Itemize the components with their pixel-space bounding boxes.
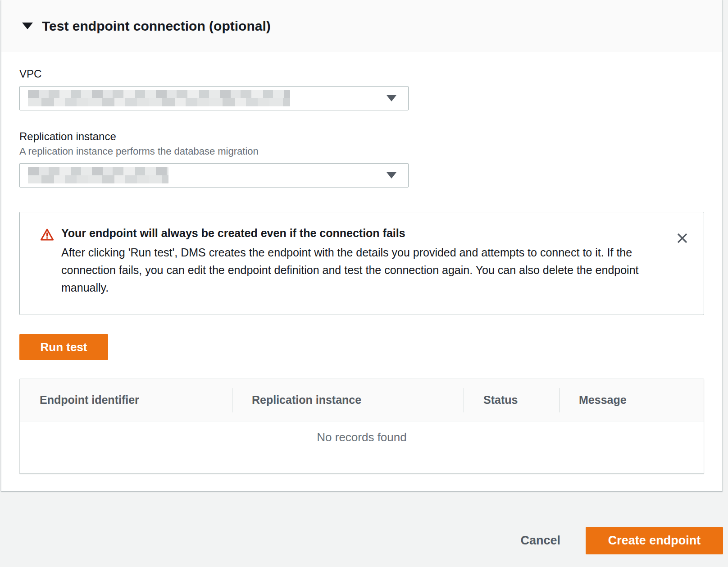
column-header-replication-instance: Replication instance — [232, 379, 464, 421]
column-header-message: Message — [559, 379, 704, 421]
replication-instance-label: Replication instance — [19, 130, 704, 143]
test-endpoint-connection-section: Test endpoint connection (optional) VPC … — [1, 0, 723, 491]
alert-content: Your endpoint will always be created eve… — [61, 227, 671, 297]
alert-close-button[interactable] — [676, 232, 688, 244]
vpc-selected-value-redacted — [28, 90, 290, 106]
run-test-button[interactable]: Run test — [19, 334, 108, 360]
close-icon — [676, 232, 688, 244]
caret-down-icon — [387, 95, 396, 101]
alert-title: Your endpoint will always be created eve… — [61, 227, 671, 240]
vpc-select[interactable] — [19, 86, 409, 110]
vpc-label: VPC — [19, 68, 704, 80]
column-header-status: Status — [464, 379, 559, 421]
table-empty-state: No records found — [20, 421, 704, 473]
alert-body-text: After clicking 'Run test', DMS creates t… — [61, 244, 651, 297]
test-results-table: Endpoint identifier Replication instance… — [19, 379, 704, 474]
replication-instance-selected-value-redacted — [28, 167, 168, 183]
warning-triangle-icon — [40, 228, 54, 243]
section-header[interactable]: Test endpoint connection (optional) — [1, 0, 722, 52]
column-header-endpoint-identifier: Endpoint identifier — [20, 379, 232, 421]
replication-instance-select[interactable] — [19, 163, 409, 187]
section-body: VPC Replication instance A replication i… — [1, 68, 722, 491]
create-endpoint-button[interactable]: Create endpoint — [586, 527, 723, 554]
replication-instance-description: A replication instance performs the data… — [19, 146, 704, 157]
warning-alert: Your endpoint will always be created eve… — [19, 212, 704, 315]
section-title: Test endpoint connection (optional) — [42, 18, 271, 34]
table-header-row: Endpoint identifier Replication instance… — [20, 379, 704, 421]
caret-down-icon — [387, 172, 396, 178]
collapse-triangle-icon — [22, 23, 33, 29]
footer-actions: Cancel Create endpoint — [0, 491, 728, 554]
cancel-button[interactable]: Cancel — [520, 534, 560, 548]
